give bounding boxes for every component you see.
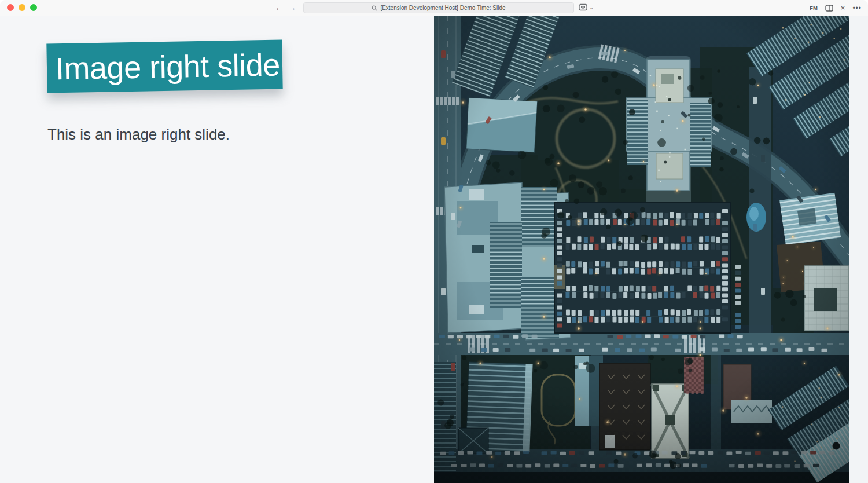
zoom-window-button[interactable] bbox=[30, 4, 37, 11]
close-preview-button[interactable]: × bbox=[841, 4, 845, 12]
window-controls bbox=[7, 4, 37, 11]
more-actions-button[interactable]: ••• bbox=[852, 5, 862, 11]
browser-viewport: Image right slide This is an image right… bbox=[0, 16, 868, 483]
aerial-city-svg bbox=[434, 16, 849, 483]
address-bar[interactable]: [Extension Development Host] Demo Time: … bbox=[303, 2, 574, 13]
chevron-down-icon[interactable]: ⌄ bbox=[589, 5, 594, 10]
device-preview-icon[interactable] bbox=[579, 3, 587, 11]
slide-canvas: Image right slide This is an image right… bbox=[0, 16, 434, 483]
right-gutter bbox=[849, 16, 868, 483]
titlebar-right-tools: FM × ••• bbox=[810, 0, 862, 16]
forward-button[interactable]: → bbox=[288, 0, 296, 15]
back-button[interactable]: ← bbox=[275, 0, 284, 15]
aerial-city-photo bbox=[434, 16, 849, 483]
fm-badge-icon[interactable]: FM bbox=[810, 5, 818, 11]
split-view-icon[interactable] bbox=[825, 5, 833, 12]
close-window-button[interactable] bbox=[7, 4, 14, 11]
app-window: ← → [Extension Development Host] Demo Ti… bbox=[0, 0, 868, 483]
slide-title: Image right slide bbox=[46, 46, 280, 86]
titlebar: ← → [Extension Development Host] Demo Ti… bbox=[0, 0, 868, 16]
address-text: [Extension Development Host] Demo Time: … bbox=[380, 5, 505, 11]
slide-body-text: This is an image right slide. bbox=[47, 126, 230, 144]
preview-tools: ⌄ bbox=[579, 3, 594, 11]
slide-title-banner: Image right slide bbox=[46, 39, 282, 93]
minimize-window-button[interactable] bbox=[19, 4, 25, 11]
search-icon bbox=[372, 5, 377, 11]
